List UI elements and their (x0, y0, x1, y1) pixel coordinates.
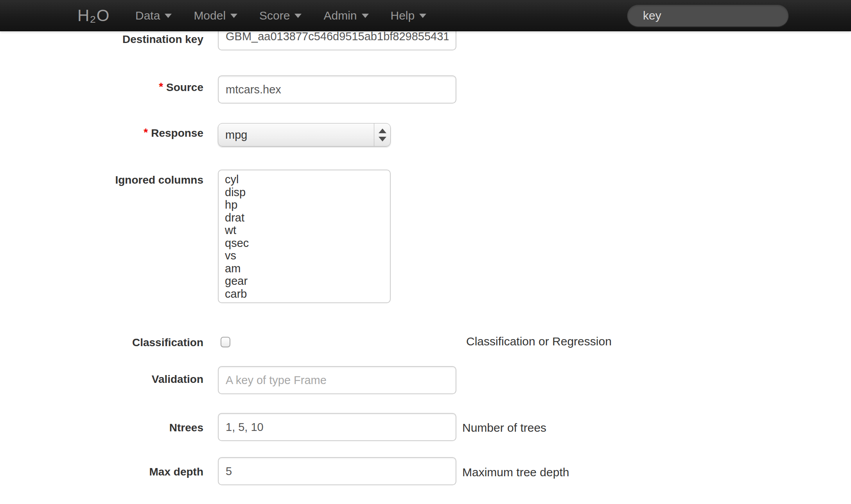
response-select[interactable]: mpg (218, 123, 391, 147)
validation-input[interactable] (218, 366, 456, 394)
ignored-column-option[interactable]: carb (225, 288, 390, 300)
ignored-column-option[interactable]: qsec (225, 237, 390, 250)
navbar-menu: Data Model Score Admin Help (124, 0, 437, 31)
max-depth-help-text: Maximum tree depth (462, 466, 569, 479)
max-depth-label: Max depth (0, 466, 203, 478)
nav-item-data-label: Data (135, 9, 160, 22)
response-select-value: mpg (218, 129, 374, 141)
nav-item-model[interactable]: Model (183, 0, 248, 31)
chevron-down-icon (230, 14, 237, 18)
source-input[interactable] (218, 75, 456, 104)
top-navbar: H₂O Data Model Score Admin Help (0, 0, 851, 31)
ignored-column-option[interactable]: am (225, 262, 390, 275)
response-label: *Response (0, 127, 203, 139)
spinner-down-arrow-icon (379, 137, 386, 141)
ignored-column-option[interactable]: cyl (225, 173, 390, 186)
nav-item-admin[interactable]: Admin (312, 0, 379, 31)
ignored-column-option[interactable]: hp (225, 198, 390, 211)
h2o-logo[interactable]: H₂O (77, 0, 110, 31)
nav-item-score[interactable]: Score (248, 0, 312, 31)
nav-item-data[interactable]: Data (124, 0, 183, 31)
response-label-text: Response (151, 127, 203, 139)
chevron-down-icon (294, 14, 302, 18)
ignored-column-option[interactable]: wt (225, 224, 390, 237)
chevron-down-icon (165, 14, 172, 18)
gbm-model-form-page: Destination key *Source *Response mpg Ig… (0, 0, 851, 504)
required-asterisk: * (159, 80, 163, 93)
search-input[interactable] (627, 4, 789, 27)
validation-label: Validation (0, 374, 203, 385)
select-spinner-icon (374, 123, 390, 146)
ignored-column-option[interactable]: drat (225, 211, 390, 224)
chevron-down-icon (419, 14, 426, 18)
ntrees-label: Ntrees (0, 422, 203, 434)
source-label: *Source (0, 82, 203, 93)
nav-item-model-label: Model (194, 9, 226, 22)
nav-item-help-label: Help (391, 9, 415, 22)
classification-help-text: Classification or Regression (466, 335, 612, 348)
nav-item-help[interactable]: Help (380, 0, 438, 31)
classification-label: Classification (0, 337, 203, 349)
ignored-column-option[interactable]: vs (225, 249, 390, 262)
nav-item-admin-label: Admin (323, 9, 357, 22)
destination-key-label: Destination key (0, 34, 203, 45)
ntrees-help-text: Number of trees (462, 421, 546, 434)
ignored-column-option[interactable]: gear (225, 275, 390, 288)
chevron-down-icon (362, 14, 369, 18)
spinner-up-arrow-icon (379, 129, 386, 133)
nav-item-score-label: Score (259, 9, 290, 22)
ignored-columns-listbox[interactable]: cyl disp hp drat wt qsec vs am gear carb (218, 170, 391, 303)
ntrees-input[interactable] (218, 413, 456, 441)
classification-checkbox[interactable] (221, 337, 230, 347)
max-depth-input[interactable] (218, 457, 456, 485)
ignored-columns-label: Ignored columns (0, 174, 203, 186)
ignored-column-option[interactable]: disp (225, 186, 390, 199)
source-label-text: Source (166, 81, 203, 93)
required-asterisk: * (144, 126, 148, 138)
